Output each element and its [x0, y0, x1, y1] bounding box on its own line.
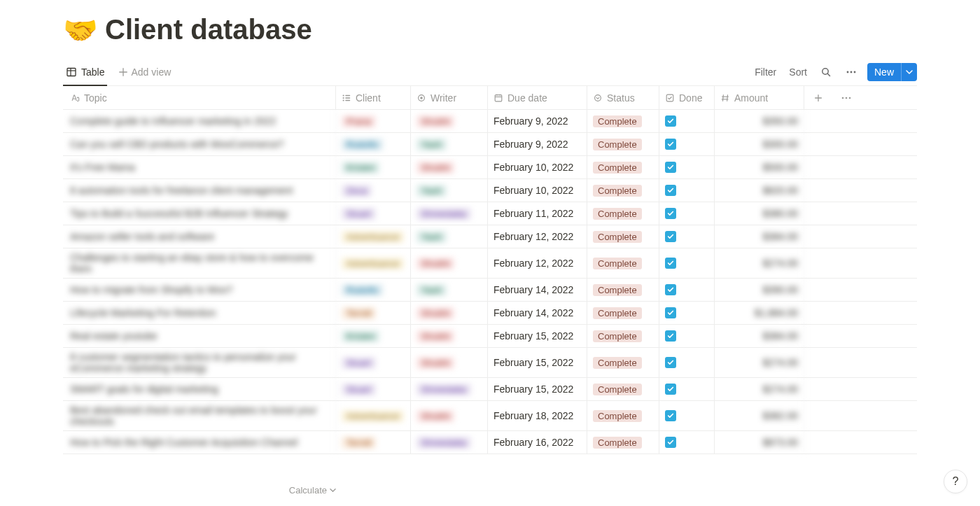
cell-topic[interactable]: SMART goals for digital marketing [63, 378, 336, 400]
cell-client[interactable]: Advertisance [336, 248, 411, 278]
cell-date[interactable]: February 12, 2022 [488, 248, 587, 278]
cell-date[interactable]: February 11, 2022 [488, 202, 587, 225]
cell-writer[interactable]: Shreedatta [411, 431, 488, 454]
calculate-button[interactable]: Calculate [63, 485, 336, 496]
cell-status[interactable]: Complete [587, 325, 659, 347]
cell-amount[interactable]: $350.00 [715, 110, 804, 132]
cell-writer[interactable]: Yash [411, 225, 488, 248]
column-more-button[interactable] [832, 86, 860, 109]
cell-status[interactable]: Complete [587, 179, 659, 202]
column-header-done[interactable]: Done [659, 86, 715, 109]
cell-done[interactable] [659, 431, 715, 454]
column-header-client[interactable]: Client [336, 86, 411, 109]
cell-topic[interactable]: Amazon seller tools and software [63, 225, 336, 248]
cell-date[interactable]: February 12, 2022 [488, 225, 587, 248]
cell-date[interactable]: February 15, 2022 [488, 378, 587, 400]
cell-amount[interactable]: $274.00 [715, 378, 804, 400]
cell-amount[interactable]: $274.00 [715, 348, 804, 377]
cell-client[interactable]: Stuart [336, 378, 411, 400]
cell-done[interactable] [659, 348, 715, 377]
table-row[interactable]: 8 customer segmentation tactics to perso… [63, 348, 917, 378]
cell-topic[interactable]: 8 automation tools for freelance client … [63, 179, 336, 202]
table-row[interactable]: Challenges to starting an ebay store & h… [63, 248, 917, 279]
cell-client[interactable]: Kristen [336, 156, 411, 178]
table-row[interactable]: Best abandoned check out email templates… [63, 401, 917, 431]
cell-client[interactable]: Stuart [336, 202, 411, 225]
table-row[interactable]: Real estate youtubeKristenShubhiFebruary… [63, 325, 917, 348]
cell-date[interactable]: February 9, 2022 [488, 133, 587, 155]
cell-amount[interactable]: $380.00 [715, 202, 804, 225]
cell-amount[interactable]: $873.00 [715, 431, 804, 454]
cell-topic[interactable]: Tips to Build a Successful B2B Influence… [63, 202, 336, 225]
tab-table[interactable]: Table [63, 58, 107, 85]
cell-done[interactable] [659, 225, 715, 248]
cell-writer[interactable]: Shreedatta [411, 378, 488, 400]
cell-status[interactable]: Complete [587, 401, 659, 430]
cell-done[interactable] [659, 133, 715, 155]
checkbox-checked-icon[interactable] [665, 357, 676, 368]
cell-amount[interactable]: $300.00 [715, 133, 804, 155]
more-button[interactable] [842, 63, 860, 81]
table-row[interactable]: It's Free MamaKristenShubhiFebruary 10, … [63, 156, 917, 179]
cell-topic[interactable]: Real estate youtube [63, 325, 336, 347]
cell-writer[interactable]: Shubhi [411, 110, 488, 132]
cell-writer[interactable]: Shubhi [411, 401, 488, 430]
table-row[interactable]: Can you sell CBD products with WooCommer… [63, 133, 917, 156]
column-header-writer[interactable]: Writer [411, 86, 488, 109]
cell-client[interactable]: Kristen [336, 325, 411, 347]
cell-status[interactable]: Complete [587, 110, 659, 132]
cell-date[interactable]: February 18, 2022 [488, 401, 587, 430]
cell-amount[interactable]: $382.00 [715, 401, 804, 430]
table-row[interactable]: Lifecycle Marketing For RetentionTerrell… [63, 302, 917, 325]
cell-done[interactable] [659, 179, 715, 202]
cell-done[interactable] [659, 279, 715, 301]
cell-amount[interactable]: $390.00 [715, 279, 804, 301]
table-row[interactable]: SMART goals for digital marketingStuartS… [63, 378, 917, 401]
cell-status[interactable]: Complete [587, 248, 659, 278]
cell-date[interactable]: February 9, 2022 [488, 110, 587, 132]
checkbox-checked-icon[interactable] [665, 307, 676, 318]
cell-client[interactable]: Advertisance [336, 225, 411, 248]
cell-client[interactable]: Rodolfo [336, 133, 411, 155]
cell-topic[interactable]: Complete guide to Influencer marketing i… [63, 110, 336, 132]
cell-client[interactable]: Prana [336, 110, 411, 132]
help-button[interactable]: ? [944, 470, 967, 493]
cell-done[interactable] [659, 401, 715, 430]
checkbox-checked-icon[interactable] [665, 258, 676, 269]
checkbox-checked-icon[interactable] [665, 162, 676, 173]
cell-writer[interactable]: Shreedatta [411, 202, 488, 225]
cell-topic[interactable]: Can you sell CBD products with WooCommer… [63, 133, 336, 155]
cell-writer[interactable]: Yash [411, 279, 488, 301]
cell-topic[interactable]: Lifecycle Marketing For Retention [63, 302, 336, 324]
search-button[interactable] [817, 63, 835, 81]
cell-status[interactable]: Complete [587, 348, 659, 377]
column-header-due-date[interactable]: Due date [488, 86, 587, 109]
table-row[interactable]: How to Pick the Right Customer Acquisiti… [63, 431, 917, 454]
checkbox-checked-icon[interactable] [665, 410, 676, 421]
cell-amount[interactable]: $384.00 [715, 225, 804, 248]
cell-client[interactable]: Rodolfo [336, 279, 411, 301]
new-button[interactable]: New [867, 63, 917, 81]
cell-writer[interactable]: Shubhi [411, 348, 488, 377]
cell-done[interactable] [659, 156, 715, 178]
cell-client[interactable]: Advertisance [336, 401, 411, 430]
cell-amount[interactable]: $500.00 [715, 156, 804, 178]
table-row[interactable]: Tips to Build a Successful B2B Influence… [63, 202, 917, 225]
table-row[interactable]: Complete guide to Influencer marketing i… [63, 110, 917, 133]
checkbox-checked-icon[interactable] [665, 139, 676, 150]
checkbox-checked-icon[interactable] [665, 208, 676, 219]
cell-done[interactable] [659, 248, 715, 278]
cell-done[interactable] [659, 302, 715, 324]
cell-date[interactable]: February 15, 2022 [488, 325, 587, 347]
cell-status[interactable]: Complete [587, 302, 659, 324]
cell-amount[interactable]: $274.00 [715, 248, 804, 278]
cell-writer[interactable]: Shubhi [411, 302, 488, 324]
cell-date[interactable]: February 14, 2022 [488, 302, 587, 324]
column-header-topic[interactable]: Topic [63, 86, 336, 109]
cell-client[interactable]: Terrell [336, 431, 411, 454]
checkbox-checked-icon[interactable] [665, 115, 676, 127]
cell-status[interactable]: Complete [587, 202, 659, 225]
sort-button[interactable]: Sort [786, 64, 810, 80]
cell-client[interactable]: Zeca [336, 179, 411, 202]
cell-done[interactable] [659, 202, 715, 225]
